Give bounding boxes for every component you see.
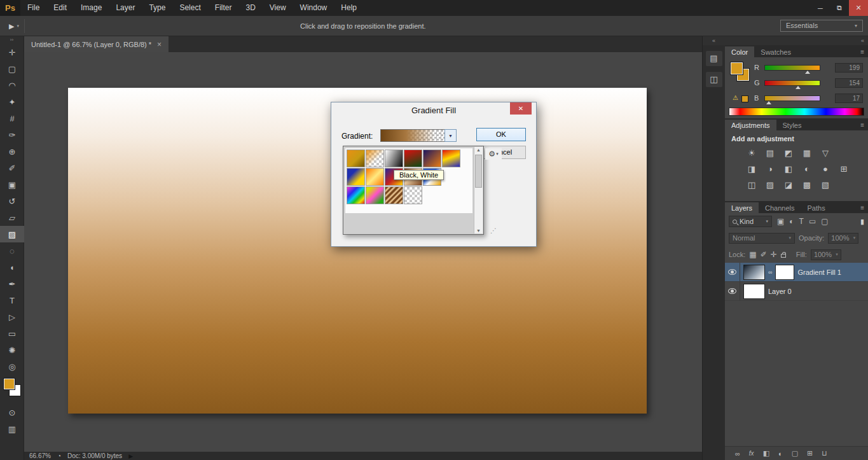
layer-name[interactable]: Layer 0 xyxy=(768,288,792,295)
posterize-icon[interactable]: ▨ xyxy=(765,180,775,190)
red-slider-handle[interactable] xyxy=(805,71,810,74)
close-button[interactable]: ✕ xyxy=(849,0,868,16)
tab-color[interactable]: Color xyxy=(725,46,754,57)
lock-all-icon[interactable] xyxy=(781,254,786,258)
green-slider-handle[interactable] xyxy=(796,86,801,89)
scroll-down-icon[interactable]: ▼ xyxy=(474,228,483,233)
layer-filter-kind-dropdown[interactable]: Kind ▾ xyxy=(729,216,772,227)
levels-icon[interactable]: ▤ xyxy=(765,148,775,158)
panels-collapse-icon[interactable]: « xyxy=(725,36,868,45)
pixel-layer-filter-icon[interactable]: ▣ xyxy=(777,217,784,226)
lock-position-icon[interactable]: ✛ xyxy=(771,250,777,259)
menu-3d[interactable]: 3D xyxy=(238,0,262,16)
red-slider[interactable] xyxy=(764,65,820,71)
spot-healing-brush-tool[interactable]: ⊕ xyxy=(0,143,24,160)
menu-type[interactable]: Type xyxy=(142,0,172,16)
gradient-tool[interactable]: ▨ xyxy=(0,226,24,242)
eyedropper-tool[interactable]: ✑ xyxy=(0,127,24,143)
tab-close-icon[interactable]: × xyxy=(157,40,162,49)
panel-menu-icon[interactable]: ≡ xyxy=(857,46,868,57)
lasso-tool[interactable]: ◠ xyxy=(0,77,24,94)
menu-filter[interactable]: Filter xyxy=(208,0,239,16)
panel-menu-icon[interactable]: ≡ xyxy=(857,202,868,213)
preset-yellow-pink-green[interactable] xyxy=(366,186,384,204)
new-adjustment-layer-icon[interactable]: ◐ xyxy=(778,450,783,457)
resize-grip-icon[interactable]: ⋰ xyxy=(490,227,497,234)
tab-paths[interactable]: Paths xyxy=(801,202,832,213)
brightness-contrast-icon[interactable]: ☀ xyxy=(747,148,757,158)
workspace-switcher[interactable]: Essentials ▾ xyxy=(780,20,863,32)
tab-channels[interactable]: Channels xyxy=(759,202,801,213)
history-panel-button[interactable]: ▤ xyxy=(706,51,722,66)
gamut-warning-icon[interactable]: ⚠ xyxy=(733,94,738,101)
delete-layer-icon[interactable]: ⊔ xyxy=(822,449,827,457)
selective-color-icon[interactable]: ▧ xyxy=(820,180,830,190)
status-flyout-icon[interactable]: ▶ xyxy=(128,453,133,459)
layer-effects-icon[interactable]: fx xyxy=(749,450,754,457)
canvas-pasteboard[interactable]: Gradient Fill ✕ Gradient: ▼ OK Cancel xyxy=(24,52,702,452)
tool-preset-picker[interactable]: ▶ ▾ xyxy=(4,19,25,33)
link-layers-icon[interactable]: ∞ xyxy=(735,450,740,457)
crop-tool[interactable]: # xyxy=(0,110,24,127)
menu-view[interactable]: View xyxy=(263,0,293,16)
tab-layers[interactable]: Layers xyxy=(725,202,759,213)
new-group-icon[interactable]: ▢ xyxy=(792,449,798,457)
shape-layer-filter-icon[interactable]: ▭ xyxy=(809,217,816,226)
preset-transparent-checker[interactable] xyxy=(404,186,422,204)
quick-selection-tool[interactable]: ✦ xyxy=(0,94,24,110)
quick-mask-button[interactable]: ⊙ xyxy=(0,404,24,421)
preset-violet-orange[interactable] xyxy=(423,150,441,167)
rectangle-tool[interactable]: ▭ xyxy=(0,325,24,342)
tools-collapse-icon[interactable]: ›› xyxy=(0,36,24,44)
menu-layer[interactable]: Layer xyxy=(109,0,142,16)
photo-filter-icon[interactable]: ◐ xyxy=(802,164,812,174)
blend-mode-select[interactable]: Normal ▾ xyxy=(729,233,795,244)
curves-icon[interactable]: ◩ xyxy=(783,148,794,158)
add-layer-mask-icon[interactable]: ◧ xyxy=(763,449,769,457)
panel-menu-icon[interactable]: ≡ xyxy=(857,120,868,130)
lock-image-pixels-icon[interactable]: ✐ xyxy=(761,250,767,259)
dodge-tool[interactable]: ◖ xyxy=(0,259,24,275)
fill-field[interactable]: 100% ▾ xyxy=(811,249,841,260)
layer-thumbnail[interactable] xyxy=(743,265,765,280)
blue-slider[interactable] xyxy=(764,95,820,101)
color-lookup-icon[interactable]: ⊞ xyxy=(839,164,849,174)
preset-scrollbar[interactable]: ▲ ▼ xyxy=(474,147,483,233)
gradient-preview[interactable] xyxy=(380,129,445,142)
type-layer-filter-icon[interactable]: T xyxy=(799,217,804,226)
path-selection-tool[interactable]: ▷ xyxy=(0,309,24,325)
tab-swatches[interactable]: Swatches xyxy=(754,46,797,57)
menu-window[interactable]: Window xyxy=(293,0,334,16)
ok-button[interactable]: OK xyxy=(476,128,526,141)
visibility-toggle[interactable] xyxy=(725,282,740,300)
threshold-icon[interactable]: ◪ xyxy=(783,180,794,190)
green-value-field[interactable]: 154 xyxy=(835,78,863,88)
brush-tool[interactable]: ✐ xyxy=(0,160,24,176)
preset-orange-yellow-orange[interactable] xyxy=(366,168,384,186)
preset-foreground-to-background[interactable] xyxy=(347,150,365,167)
preset-black-white[interactable] xyxy=(385,150,403,167)
menu-select[interactable]: Select xyxy=(172,0,207,16)
gamut-color-swatch[interactable] xyxy=(741,95,748,102)
invert-icon[interactable]: ◫ xyxy=(747,180,757,190)
minimize-button[interactable]: ─ xyxy=(811,0,830,16)
gradient-dropdown-button[interactable]: ▼ xyxy=(444,129,457,142)
opacity-field[interactable]: 100% ▾ xyxy=(828,233,858,244)
pen-tool[interactable]: ✒ xyxy=(0,275,24,292)
preset-foreground-to-transparent[interactable] xyxy=(366,150,384,167)
blue-slider-handle[interactable] xyxy=(766,101,771,104)
scroll-up-icon[interactable]: ▲ xyxy=(474,148,483,152)
new-layer-icon[interactable]: ⊞ xyxy=(807,449,813,457)
tab-adjustments[interactable]: Adjustments xyxy=(725,120,776,130)
menu-help[interactable]: Help xyxy=(334,0,364,16)
menu-edit[interactable]: Edit xyxy=(46,0,74,16)
hand-tool[interactable]: ✺ xyxy=(0,342,24,358)
layer-row-gradient-fill-1[interactable]: ∞ Gradient Fill 1 xyxy=(725,263,868,282)
document-tab[interactable]: Untitled-1 @ 66.7% (Layer 0, RGB/8) * × xyxy=(24,36,169,52)
foreground-color-swatch[interactable] xyxy=(4,379,15,389)
filter-toggle-icon[interactable]: ▮ xyxy=(860,218,864,226)
move-tool[interactable]: ✛ xyxy=(0,44,24,60)
layer-name[interactable]: Gradient Fill 1 xyxy=(797,268,841,276)
history-brush-tool[interactable]: ↺ xyxy=(0,193,24,209)
foreground-color-swatch[interactable] xyxy=(731,62,743,74)
